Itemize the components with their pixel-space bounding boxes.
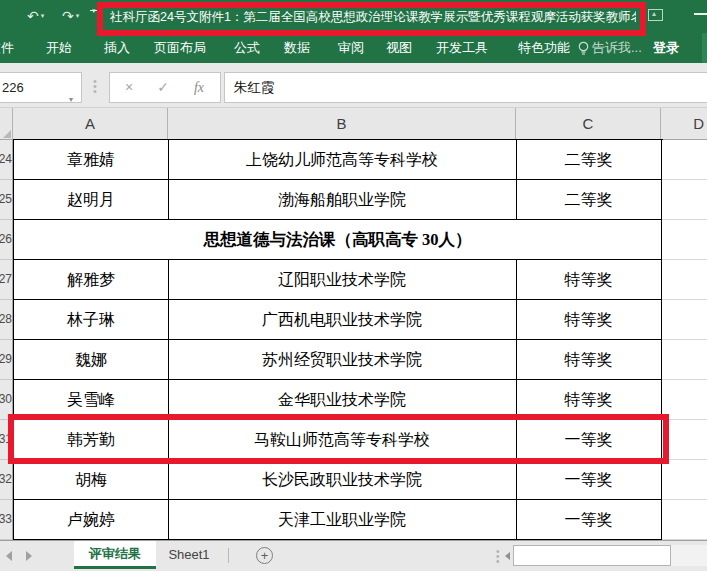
- hscroll-track[interactable]: [513, 545, 707, 566]
- cell-school[interactable]: 天津工业职业学院: [168, 500, 517, 540]
- table-row: 230吴雪峰金华职业技术学院特等奖: [0, 380, 707, 420]
- column-header-b[interactable]: B: [168, 108, 516, 139]
- cell-empty[interactable]: [662, 260, 707, 300]
- insert-function-icon[interactable]: fx: [184, 73, 214, 102]
- cell-award[interactable]: 一等奖: [516, 420, 662, 460]
- row-header[interactable]: 225: [0, 180, 13, 220]
- cell-school[interactable]: 金华职业技术学院: [168, 380, 517, 420]
- cell-empty[interactable]: [662, 500, 707, 540]
- merged-section-cell[interactable]: 思想道德与法治课（高职高专 30人）: [13, 220, 662, 260]
- cell-award[interactable]: 一等奖: [516, 460, 662, 500]
- row-header[interactable]: 224: [0, 140, 13, 180]
- minimize-button[interactable]: [694, 13, 707, 15]
- cell-school[interactable]: 马鞍山师范高等专科学校: [168, 420, 517, 460]
- name-box-value: 226: [2, 80, 24, 95]
- ribbon-tab-5[interactable]: 公式: [232, 33, 262, 63]
- cell-school[interactable]: 上饶幼儿师范高等专科学校: [168, 140, 517, 180]
- window-title: 社科厅函24号文附件1：第二届全国高校思想政治理论课教学展示暨优秀课程观摩活动获…: [110, 9, 636, 26]
- select-all-corner[interactable]: [0, 108, 13, 139]
- cell-name[interactable]: 胡梅: [13, 460, 169, 500]
- row-header[interactable]: 232: [0, 460, 13, 500]
- cell-empty[interactable]: [662, 140, 707, 180]
- grid-rows: 224章雅婧上饶幼儿师范高等专科学校二等奖225赵明月渤海船舶职业学院二等奖22…: [0, 140, 707, 540]
- hscroll-thumb[interactable]: [513, 545, 671, 566]
- row-header[interactable]: 226: [0, 220, 13, 260]
- cell-name[interactable]: 解雅梦: [13, 260, 169, 300]
- column-header-a[interactable]: A: [13, 108, 168, 139]
- cell-award[interactable]: 二等奖: [516, 180, 662, 220]
- name-box[interactable]: 226 ▾: [0, 72, 82, 103]
- chevron-down-icon: ▾: [76, 12, 80, 20]
- cell-award[interactable]: 二等奖: [516, 140, 662, 180]
- cancel-icon[interactable]: ×: [114, 73, 144, 102]
- row-header[interactable]: 229: [0, 340, 13, 380]
- row-header[interactable]: 233: [0, 500, 13, 540]
- table-row: 224章雅婧上饶幼儿师范高等专科学校二等奖: [0, 140, 707, 180]
- row-header[interactable]: 231: [0, 420, 13, 460]
- ribbon-tab-row: 文件开始插入页面布局公式数据审阅视图开发工具特色功能 告诉我... 登录: [0, 33, 707, 63]
- cell-school[interactable]: 渤海船舶职业学院: [168, 180, 517, 220]
- sheet-tab-bar: 评审结果 Sheet1 + •••: [0, 540, 707, 571]
- redo-button[interactable]: ↷ ▾: [62, 7, 79, 25]
- cell-empty[interactable]: [662, 420, 707, 460]
- ribbon-tab-6[interactable]: 数据: [282, 33, 312, 63]
- ribbon-tab-3[interactable]: 插入: [102, 33, 132, 63]
- sheet-tab-pingshenjieguo[interactable]: 评审结果: [74, 541, 156, 569]
- ribbon-tab-1[interactable]: 文件: [0, 33, 16, 63]
- add-sheet-button[interactable]: +: [256, 547, 273, 564]
- cell-name[interactable]: 卢婉婷: [13, 500, 169, 540]
- ribbon-tab-7[interactable]: 审阅: [336, 33, 366, 63]
- column-header-d[interactable]: D: [661, 108, 707, 139]
- cell-name[interactable]: 吴雪峰: [13, 380, 169, 420]
- ribbon-tab-2[interactable]: 开始: [44, 33, 74, 63]
- cell-school[interactable]: 苏州经贸职业技术学院: [168, 340, 517, 380]
- column-header-c[interactable]: C: [516, 108, 661, 139]
- undo-button[interactable]: ↶ ▾: [27, 7, 44, 25]
- row-header[interactable]: 230: [0, 380, 13, 420]
- scrollbar-dots-icon[interactable]: •••: [496, 549, 500, 564]
- table-row: 225赵明月渤海船舶职业学院二等奖: [0, 180, 707, 220]
- ribbon-tab-9[interactable]: 开发工具: [434, 33, 490, 63]
- cell-school[interactable]: 辽阳职业技术学院: [168, 260, 517, 300]
- cell-empty[interactable]: [662, 220, 707, 260]
- customize-toolbar-button[interactable]: [90, 7, 102, 22]
- cell-award[interactable]: 特等奖: [516, 380, 662, 420]
- lightbulb-icon: [577, 41, 590, 60]
- cell-award[interactable]: 特等奖: [516, 340, 662, 380]
- cell-award[interactable]: 特等奖: [516, 260, 662, 300]
- confirm-icon[interactable]: ✓: [148, 73, 178, 102]
- cell-school[interactable]: 广西机电职业技术学院: [168, 300, 517, 340]
- row-header[interactable]: 227: [0, 260, 13, 300]
- ribbon-edge-decoration: [702, 33, 707, 63]
- cell-empty[interactable]: [662, 380, 707, 420]
- cell-empty[interactable]: [662, 300, 707, 340]
- cell-name[interactable]: 魏娜: [13, 340, 169, 380]
- ribbon-display-options-icon[interactable]: [648, 9, 663, 21]
- cell-name[interactable]: 韩芳勤: [13, 420, 169, 460]
- chevron-down-icon: ▾: [41, 12, 45, 20]
- separator-dots-icon: •••: [93, 79, 96, 94]
- hscroll-left-icon[interactable]: [505, 552, 510, 560]
- cell-empty[interactable]: [662, 340, 707, 380]
- table-row: 233卢婉婷天津工业职业学院一等奖: [0, 500, 707, 540]
- cell-name[interactable]: 章雅婧: [13, 140, 169, 180]
- login-button[interactable]: 登录: [653, 33, 679, 63]
- cell-name[interactable]: 赵明月: [13, 180, 169, 220]
- sheet-nav-left-icon[interactable]: [6, 551, 12, 561]
- ribbon-tab-8[interactable]: 视图: [384, 33, 414, 63]
- ribbon-tab-10[interactable]: 特色功能: [516, 33, 572, 63]
- tell-me-button[interactable]: 告诉我...: [592, 33, 642, 63]
- formula-input[interactable]: 朱红霞: [224, 72, 707, 103]
- cell-empty[interactable]: [662, 460, 707, 500]
- table-row: 228林子琳广西机电职业技术学院特等奖: [0, 300, 707, 340]
- cell-award[interactable]: 特等奖: [516, 300, 662, 340]
- ribbon-tab-4[interactable]: 页面布局: [152, 33, 208, 63]
- tab-divider: [228, 548, 229, 563]
- cell-name[interactable]: 林子琳: [13, 300, 169, 340]
- cell-award[interactable]: 一等奖: [516, 500, 662, 540]
- sheet-nav-right-icon[interactable]: [26, 551, 32, 561]
- row-header[interactable]: 228: [0, 300, 13, 340]
- cell-empty[interactable]: [662, 180, 707, 220]
- sheet-tab-sheet1[interactable]: Sheet1: [158, 541, 220, 569]
- cell-school[interactable]: 长沙民政职业技术学院: [168, 460, 517, 500]
